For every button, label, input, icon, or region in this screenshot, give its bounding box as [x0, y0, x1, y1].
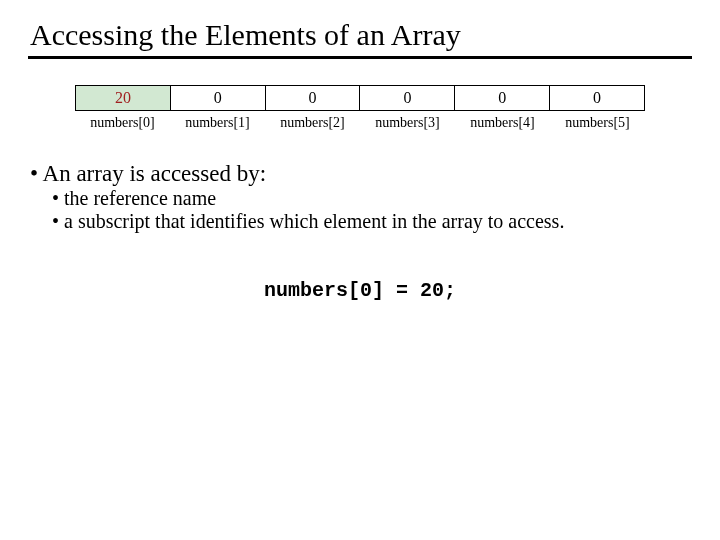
array-cell-3: 0	[360, 85, 455, 111]
title-divider	[28, 56, 692, 59]
bullet-sub-1: the reference name	[52, 187, 692, 210]
array-labels-row: numbers[0] numbers[1] numbers[2] numbers…	[75, 115, 645, 131]
slide: Accessing the Elements of an Array 20 0 …	[0, 0, 720, 540]
array-cells-row: 20 0 0 0 0 0	[75, 85, 645, 111]
bullet-sub-2: a subscript that identifies which elemen…	[52, 210, 692, 233]
array-label-4: numbers[4]	[455, 115, 550, 131]
array-cell-1: 0	[171, 85, 266, 111]
array-label-1: numbers[1]	[170, 115, 265, 131]
array-cell-0: 20	[75, 85, 171, 111]
array-label-5: numbers[5]	[550, 115, 645, 131]
bullet-lead-text: An array is accessed by:	[43, 161, 267, 186]
array-cell-5: 0	[550, 85, 645, 111]
page-title: Accessing the Elements of an Array	[30, 18, 692, 52]
array-label-0: numbers[0]	[75, 115, 170, 131]
body-text: An array is accessed by: the reference n…	[28, 161, 692, 233]
code-sample: numbers[0] = 20;	[28, 279, 692, 302]
array-label-2: numbers[2]	[265, 115, 360, 131]
array-cell-2: 0	[266, 85, 361, 111]
array-cell-4: 0	[455, 85, 550, 111]
array-label-3: numbers[3]	[360, 115, 455, 131]
array-diagram: 20 0 0 0 0 0 numbers[0] numbers[1] numbe…	[75, 85, 645, 131]
bullet-lead: An array is accessed by: the reference n…	[30, 161, 692, 233]
